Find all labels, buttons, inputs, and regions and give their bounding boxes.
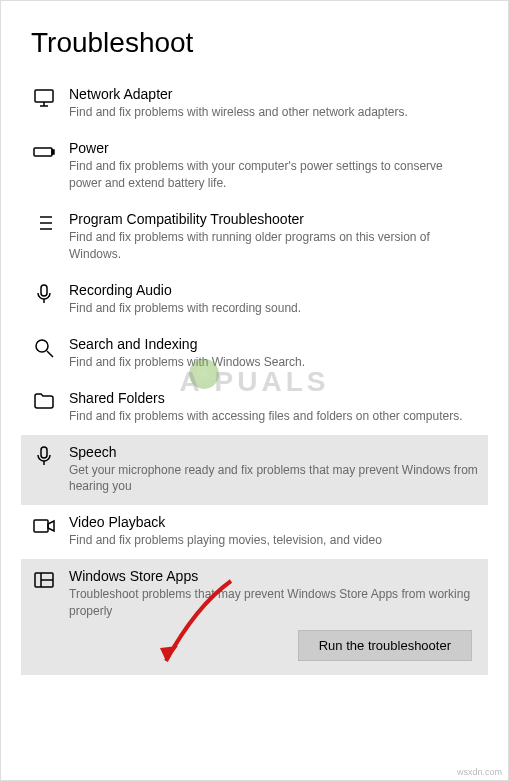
item-title: Power: [69, 139, 478, 157]
battery-icon: [31, 139, 57, 165]
svg-marker-19: [48, 521, 54, 531]
troubleshooter-recording-audio[interactable]: Recording Audio Find and fix problems wi…: [21, 273, 488, 327]
item-title: Network Adapter: [69, 85, 478, 103]
troubleshooter-speech[interactable]: Speech Get your microphone ready and fix…: [21, 435, 488, 506]
svg-line-15: [47, 351, 53, 357]
item-title: Search and Indexing: [69, 335, 478, 353]
svg-rect-5: [52, 150, 54, 154]
folder-icon: [31, 389, 57, 415]
item-title: Video Playback: [69, 513, 478, 531]
svg-rect-1: [35, 90, 53, 102]
troubleshoot-panel: Troubleshoot Network Adapter Find and fi…: [1, 1, 508, 695]
item-desc: Troubleshoot problems that may prevent W…: [69, 586, 478, 620]
troubleshooter-search-indexing[interactable]: Search and Indexing Find and fix problem…: [21, 327, 488, 381]
troubleshooter-power[interactable]: Power Find and fix problems with your co…: [21, 131, 488, 202]
troubleshooter-shared-folders[interactable]: Shared Folders Find and fix problems wit…: [21, 381, 488, 435]
item-desc: Find and fix problems with your computer…: [69, 158, 478, 192]
item-title: Program Compatibility Troubleshooter: [69, 210, 478, 228]
item-title: Windows Store Apps: [69, 567, 478, 585]
svg-rect-4: [34, 148, 52, 156]
item-desc: Find and fix problems playing movies, te…: [69, 532, 478, 549]
item-title: Recording Audio: [69, 281, 478, 299]
item-desc: Find and fix problems with Windows Searc…: [69, 354, 478, 371]
item-desc: Find and fix problems with recording sou…: [69, 300, 478, 317]
item-desc: Find and fix problems with running older…: [69, 229, 478, 263]
search-icon: [31, 335, 57, 361]
svg-point-14: [36, 340, 48, 352]
item-title: Shared Folders: [69, 389, 478, 407]
troubleshooter-windows-store-apps[interactable]: Windows Store Apps Troubleshoot problems…: [21, 559, 488, 675]
svg-rect-16: [41, 447, 47, 458]
list-icon: [31, 210, 57, 236]
app-window-icon: [31, 567, 57, 593]
troubleshooter-program-compatibility[interactable]: Program Compatibility Troubleshooter Fin…: [21, 202, 488, 273]
item-desc: Find and fix problems with wireless and …: [69, 104, 478, 121]
item-title: Speech: [69, 443, 478, 461]
item-desc: Find and fix problems with accessing fil…: [69, 408, 478, 425]
troubleshooter-network-adapter[interactable]: Network Adapter Find and fix problems wi…: [21, 77, 488, 131]
item-desc: Get your microphone ready and fix proble…: [69, 462, 478, 496]
microphone-icon: [31, 443, 57, 469]
svg-rect-18: [34, 520, 48, 532]
video-icon: [31, 513, 57, 539]
troubleshooter-video-playback[interactable]: Video Playback Find and fix problems pla…: [21, 505, 488, 559]
svg-rect-12: [41, 285, 47, 296]
monitor-icon: [31, 85, 57, 111]
microphone-icon: [31, 281, 57, 307]
footer-credit: wsxdn.com: [457, 767, 502, 777]
page-title: Troubleshoot: [31, 27, 478, 59]
run-troubleshooter-button[interactable]: Run the troubleshooter: [298, 630, 472, 661]
